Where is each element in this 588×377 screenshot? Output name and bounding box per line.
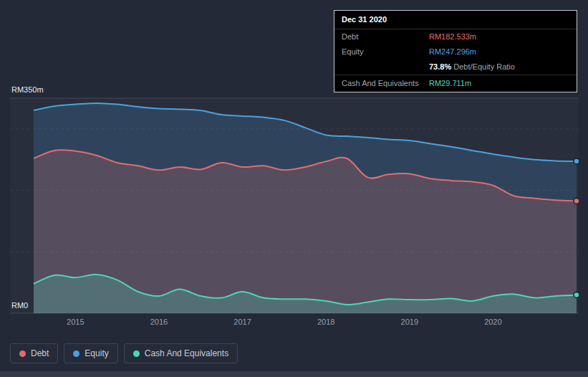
tooltip-equity-value: RM247.296m: [429, 47, 476, 57]
tooltip-equity-label: Equity: [342, 47, 429, 57]
debt-legend-dot-icon: [19, 350, 26, 357]
chart-tooltip: Dec 31 2020 Debt RM182.533m Equity RM247…: [334, 10, 577, 92]
legend-item-label: Cash And Equivalents: [145, 348, 228, 358]
legend-item-equity[interactable]: Equity: [64, 343, 117, 363]
tooltip-debt-row: Debt RM182.533m: [334, 29, 577, 44]
debt-end-marker: [574, 199, 579, 204]
chart-legend: DebtEquityCash And Equivalents: [10, 343, 238, 363]
tooltip-date: Dec 31 2020: [334, 11, 577, 29]
equity-legend-dot-icon: [73, 350, 79, 357]
cash-and-equivalents-end-marker: [574, 292, 579, 298]
tooltip-cash-label: Cash And Equivalents: [342, 78, 429, 89]
equity-end-marker: [574, 158, 579, 164]
legend-item-label: Equity: [85, 348, 108, 358]
x-tick-2018: 2018: [317, 318, 334, 326]
legend-item-debt[interactable]: Debt: [10, 343, 58, 363]
x-tick-2020: 2020: [484, 318, 501, 326]
x-tick-2019: 2019: [401, 318, 418, 326]
x-tick-2017: 2017: [233, 318, 251, 326]
tooltip-debt-label: Debt: [342, 32, 429, 42]
legend-item-cash-and-equivalents[interactable]: Cash And Equivalents: [124, 343, 238, 363]
legend-item-label: Debt: [31, 348, 49, 358]
tooltip-cash-value: RM29.711m: [429, 78, 471, 89]
tooltip-ratio: 73.8% Debt/Equity Ratio: [429, 62, 515, 72]
x-tick-2016: 2016: [150, 318, 168, 326]
x-tick-2015: 2015: [67, 318, 84, 326]
x-axis: 201520162017201820192020: [0, 318, 588, 328]
tooltip-cash-row: Cash And Equivalents RM29.711m: [334, 75, 577, 92]
bottom-scrollbar[interactable]: [0, 371, 588, 377]
tooltip-ratio-value: 73.8%: [429, 62, 451, 71]
debt-equity-area-chart[interactable]: [10, 91, 579, 322]
tooltip-debt-value: RM182.533m: [429, 32, 476, 42]
cash-and-equivalents-legend-dot-icon: [133, 350, 140, 357]
tooltip-ratio-label: Debt/Equity Ratio: [453, 62, 515, 71]
debt-equity-chart-panel: RM350m RM0 201520162017201820192020 Dec …: [0, 0, 588, 377]
tooltip-equity-row: Equity RM247.296m: [334, 44, 577, 59]
tooltip-ratio-row: 73.8% Debt/Equity Ratio: [334, 59, 577, 75]
